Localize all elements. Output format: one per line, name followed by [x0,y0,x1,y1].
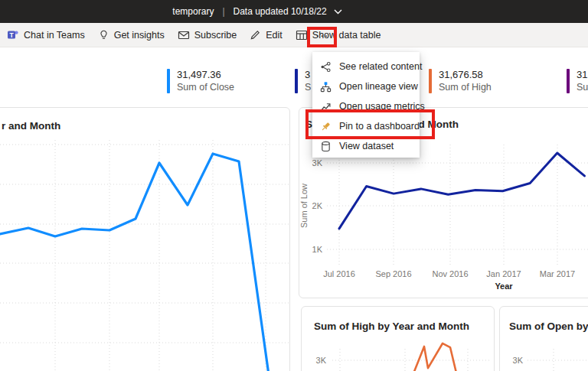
kpi-accent-bar [167,69,170,93]
report-title: temporary [172,6,214,17]
title-separator: | [222,6,224,17]
menu-item-label: Open lineage view [339,81,418,92]
menu-item-see-related-content[interactable]: See related content [312,57,420,76]
chart-card-sum-of-open[interactable]: Sum of Open by Ye 3K [499,306,588,371]
svg-text:T: T [9,31,14,38]
menu-item-open-lineage-view[interactable]: Open lineage view [312,76,420,96]
pin-icon [320,121,332,132]
show-data-table-button[interactable]: Show data table [296,29,381,41]
data-updated-dropdown[interactable]: Data updated 10/18/22 [234,6,327,17]
kpi-card-sum-of-close[interactable]: 31,497.36 Sum of Close [167,69,234,93]
edit-button[interactable]: Edit [250,29,283,41]
menu-item-pin-to-a-dashboard[interactable]: Pin to a dashboard [312,116,420,136]
svg-text:Jan 2017: Jan 2017 [486,269,521,278]
svg-text:Sum of Low: Sum of Low [299,184,309,228]
svg-text:2K: 2K [312,201,323,210]
svg-text:3K: 3K [316,356,327,365]
menu-item-open-usage-metrics[interactable]: Open usage metrics [312,96,420,116]
svg-text:Mar 2017: Mar 2017 [540,269,575,278]
kpi-value: 3 [305,69,311,81]
svg-text:Jul 2016: Jul 2016 [323,269,355,278]
more-options-menu: See related content Open lineage view Op… [312,52,420,158]
svg-text:3K: 3K [312,158,323,168]
svg-text:Sep 2016: Sep 2016 [375,269,411,278]
table-icon [296,29,308,41]
kpi-card-sum-of-high[interactable]: 31,676.58 Sum of High [429,69,492,93]
menu-item-label: See related content [339,61,422,72]
teams-icon: T [7,29,19,41]
top-bar: temporary | Data updated 10/18/22 [0,0,588,23]
metrics-icon [320,101,332,112]
more-options-button[interactable]: ··· [312,26,333,44]
kpi-value: 31, [577,69,588,81]
menu-item-view-dataset[interactable]: View dataset [312,136,420,156]
menu-item-label: Pin to a dashboard [339,121,420,132]
svg-text:1K: 1K [312,245,323,254]
edit-label: Edit [266,30,283,41]
svg-text:3K: 3K [513,356,524,365]
lineage-icon [320,81,332,93]
sum-of-open-line-chart[interactable]: 3K [500,307,588,371]
kpi-label: S [305,81,311,93]
lightbulb-icon [98,29,109,41]
kpi-accent-bar [429,69,432,93]
kpi-value: 31,497.36 [177,69,234,81]
chevron-down-icon[interactable] [334,9,342,15]
chat-in-teams-label: Chat in Teams [24,30,85,41]
close-line-chart[interactable] [0,108,289,371]
menu-item-label: View dataset [339,141,394,151]
kpi-label: Sum of High [439,81,492,93]
get-insights-label: Get insights [114,30,165,41]
chart-card-close[interactable]: r and Month [0,107,290,371]
database-icon [320,141,332,152]
report-toolbar: T Chat in Teams Get insights Subscribe [0,23,588,47]
kpi-label: Sum of Close [177,81,234,93]
sum-of-high-line-chart[interactable]: 3K [302,307,494,371]
kpi-value: 31,676.58 [439,69,492,81]
pencil-icon [250,29,261,41]
kpi-card-sum-of-low[interactable]: 3 S [295,69,311,93]
share-icon [320,61,332,73]
kpi-label: Sum [577,81,588,93]
get-insights-button[interactable]: Get insights [98,29,165,41]
kpi-card-sum-of-open[interactable]: 31, Sum [567,69,588,93]
kpi-accent-bar [295,69,298,93]
subscribe-label: Subscribe [194,30,237,41]
svg-text:Nov 2016: Nov 2016 [432,269,468,278]
chat-in-teams-button[interactable]: T Chat in Teams [7,29,85,41]
chart-card-sum-of-high[interactable]: Sum of High by Year and Month 3K [301,306,495,371]
menu-item-label: Open usage metrics [339,101,425,112]
subscribe-button[interactable]: Subscribe [178,29,237,41]
svg-text:Year: Year [495,282,513,291]
kpi-accent-bar [567,69,570,93]
envelope-icon [178,29,190,41]
